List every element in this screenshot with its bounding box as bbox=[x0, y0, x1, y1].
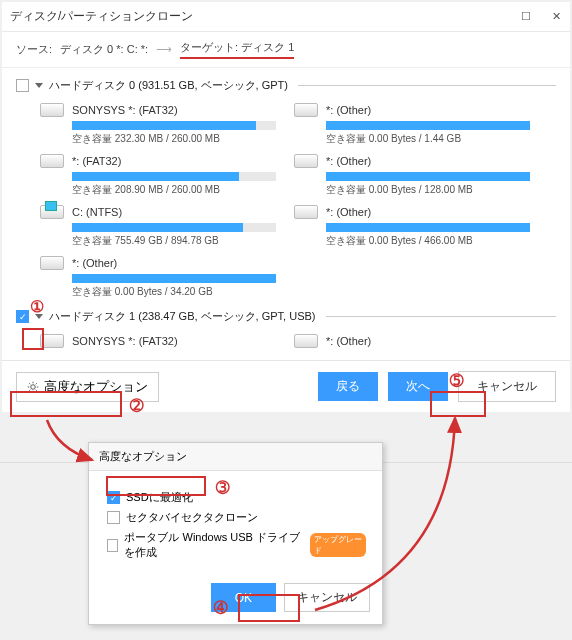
advanced-label: 高度なオプション bbox=[44, 378, 148, 396]
partition-name: *: (Other) bbox=[326, 155, 371, 167]
annot-4: ➃ bbox=[214, 598, 227, 617]
disk1-header[interactable]: ✓ ハードディスク 1 (238.47 GB, ベーシック, GPT, USB) bbox=[16, 305, 556, 328]
disk-icon bbox=[40, 154, 64, 168]
annot-5: ➄ bbox=[450, 371, 463, 390]
next-button[interactable]: 次へ bbox=[388, 372, 448, 401]
annot-1: ① bbox=[30, 297, 44, 316]
chevron-down-icon[interactable] bbox=[35, 83, 43, 88]
partition-name: C: (NTFS) bbox=[72, 206, 122, 218]
disk-icon bbox=[294, 334, 318, 348]
partition-item[interactable]: *: (FAT32) 空き容量 208.90 MB / 260.00 MB bbox=[40, 154, 276, 197]
target-label: ターゲット: bbox=[180, 41, 238, 53]
gear-icon bbox=[27, 381, 39, 393]
usb-label: ポータブル Windows USB ドライブを作成 bbox=[124, 530, 303, 560]
disk-icon bbox=[40, 205, 64, 219]
partition-name: *: (Other) bbox=[326, 104, 371, 116]
titlebar: ディスク/パーティションクローン ☐ ✕ bbox=[2, 2, 570, 32]
advanced-options-dialog: 高度なオプション ✓ SSDに最適化 セクタバイセクタクローン ポータブル Wi… bbox=[88, 442, 383, 625]
arrow-icon: ⟶ bbox=[156, 43, 172, 56]
usage-bar bbox=[72, 172, 276, 181]
maximize-button[interactable]: ☐ bbox=[520, 11, 532, 23]
opt-usb[interactable]: ポータブル Windows USB ドライブを作成 アップグレード bbox=[107, 530, 366, 560]
disk1-title: ハードディスク 1 (238.47 GB, ベーシック, GPT, USB) bbox=[49, 309, 316, 324]
svg-point-0 bbox=[31, 384, 36, 389]
upgrade-tag: アップグレード bbox=[310, 533, 366, 557]
sector-checkbox[interactable] bbox=[107, 511, 120, 524]
back-button[interactable]: 戻る bbox=[318, 372, 378, 401]
usage-bar bbox=[72, 274, 276, 283]
usage-bar bbox=[326, 223, 530, 232]
partition-name: *: (FAT32) bbox=[72, 155, 121, 167]
disk0-checkbox[interactable] bbox=[16, 79, 29, 92]
annot-3: ➂ bbox=[216, 478, 229, 497]
source-value: ディスク 0 *: C: *: bbox=[60, 42, 148, 57]
partition-info: 空き容量 232.30 MB / 260.00 MB bbox=[72, 132, 276, 146]
partition-item[interactable]: *: (Other) 空き容量 0.00 Bytes / 128.00 MB bbox=[294, 154, 530, 197]
dialog-cancel-button[interactable]: キャンセル bbox=[284, 583, 370, 612]
opt-ssd[interactable]: ✓ SSDに最適化 bbox=[107, 490, 366, 505]
partition-name: *: (Other) bbox=[72, 257, 117, 269]
partition-item[interactable]: C: (NTFS) 空き容量 755.49 GB / 894.78 GB bbox=[40, 205, 276, 248]
disk-icon bbox=[40, 103, 64, 117]
disk0-title: ハードディスク 0 (931.51 GB, ベーシック, GPT) bbox=[49, 78, 288, 93]
usage-bar bbox=[72, 121, 276, 130]
disk-icon bbox=[40, 334, 64, 348]
cancel-button[interactable]: キャンセル bbox=[458, 371, 556, 402]
ssd-checkbox[interactable]: ✓ bbox=[107, 491, 120, 504]
partition-item[interactable]: SONYSYS *: (FAT32) bbox=[40, 334, 276, 348]
partition-name: *: (Other) bbox=[326, 335, 371, 347]
partition-item[interactable]: *: (Other) 空き容量 0.00 Bytes / 466.00 MB bbox=[294, 205, 530, 248]
ssd-label: SSDに最適化 bbox=[126, 490, 193, 505]
window-title: ディスク/パーティションクローン bbox=[10, 8, 193, 25]
usage-bar bbox=[326, 121, 530, 130]
disk-icon bbox=[294, 103, 318, 117]
partition-info: 空き容量 0.00 Bytes / 1.44 GB bbox=[326, 132, 530, 146]
partition-item[interactable]: *: (Other) 空き容量 0.00 Bytes / 1.44 GB bbox=[294, 103, 530, 146]
partition-item[interactable]: *: (Other) bbox=[294, 334, 530, 348]
dialog-title: 高度なオプション bbox=[89, 443, 382, 471]
disk0-header[interactable]: ハードディスク 0 (931.51 GB, ベーシック, GPT) bbox=[16, 74, 556, 97]
partition-info: 空き容量 0.00 Bytes / 128.00 MB bbox=[326, 183, 530, 197]
opt-sector[interactable]: セクタバイセクタクローン bbox=[107, 510, 366, 525]
disk1-checkbox[interactable]: ✓ bbox=[16, 310, 29, 323]
usb-checkbox[interactable] bbox=[107, 539, 118, 552]
partition-name: SONYSYS *: (FAT32) bbox=[72, 335, 178, 347]
sector-label: セクタバイセクタクローン bbox=[126, 510, 258, 525]
partition-item[interactable]: *: (Other) 空き容量 0.00 Bytes / 34.20 GB bbox=[40, 256, 276, 299]
usage-bar bbox=[72, 223, 276, 232]
partition-info: 空き容量 0.00 Bytes / 34.20 GB bbox=[72, 285, 276, 299]
partition-info: 空き容量 0.00 Bytes / 466.00 MB bbox=[326, 234, 530, 248]
partition-item[interactable]: SONYSYS *: (FAT32) 空き容量 232.30 MB / 260.… bbox=[40, 103, 276, 146]
disk-icon bbox=[40, 256, 64, 270]
annot-2: ➁ bbox=[130, 396, 143, 415]
usage-bar bbox=[326, 172, 530, 181]
partition-info: 空き容量 755.49 GB / 894.78 GB bbox=[72, 234, 276, 248]
partition-name: SONYSYS *: (FAT32) bbox=[72, 104, 178, 116]
partition-name: *: (Other) bbox=[326, 206, 371, 218]
partition-info: 空き容量 208.90 MB / 260.00 MB bbox=[72, 183, 276, 197]
breadcrumb: ソース: ディスク 0 *: C: *: ⟶ ターゲット: ディスク 1 bbox=[2, 32, 570, 67]
disk-icon bbox=[294, 154, 318, 168]
target-value: ディスク 1 bbox=[241, 41, 294, 53]
source-label: ソース: bbox=[16, 42, 52, 57]
disk-icon bbox=[294, 205, 318, 219]
close-button[interactable]: ✕ bbox=[550, 11, 562, 23]
